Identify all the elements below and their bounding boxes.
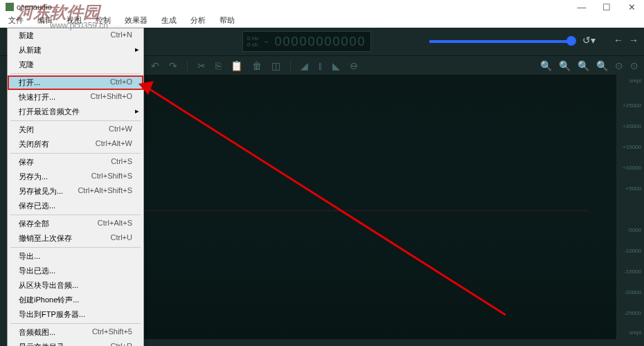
menu-file[interactable]: 文件 — [6, 14, 26, 28]
maximize-button[interactable]: ☐ — [594, 0, 619, 14]
menu-item[interactable]: 保存已选... — [8, 199, 143, 213]
nav-back[interactable]: ← — [614, 35, 623, 46]
copy-icon[interactable]: ⎘ — [215, 60, 221, 71]
menu-item[interactable]: 克隆 — [8, 57, 143, 72]
titlebar: ocenaudio — [0, 0, 644, 14]
menu-item[interactable]: 导出已选... — [8, 264, 143, 278]
menu-analyze[interactable]: 分析 — [188, 14, 208, 28]
menu-item[interactable]: 另存为...Ctrl+Shift+S — [8, 170, 143, 184]
menu-item[interactable]: 关闭Ctrl+W — [8, 122, 143, 137]
minimize-button[interactable]: — — [569, 0, 594, 14]
zoom-slider-track[interactable] — [429, 40, 575, 43]
paste-icon[interactable]: 📋 — [231, 60, 242, 71]
amplitude-ruler: smpl +25000 +20000 +15000 +10000 +5000 -… — [616, 75, 644, 346]
nav-arrows: ← → — [614, 35, 638, 46]
left-panel — [0, 75, 7, 346]
menu-item[interactable]: 保存Ctrl+S — [8, 155, 143, 170]
menu-item[interactable]: 打开...Ctrl+O — [8, 75, 143, 90]
zoom-out-icon[interactable]: 🔍 — [559, 60, 571, 71]
time-display: 0 Hz 0 ch - 00000000000 — [242, 31, 371, 52]
zoom-in-icon[interactable]: 🔍 — [540, 60, 552, 71]
window-controls: — ☐ ✕ — [569, 0, 644, 14]
menu-item[interactable]: 保存全部Ctrl+Alt+S — [8, 217, 143, 231]
target-icon[interactable]: ⊙ — [615, 60, 623, 71]
time-info: 0 Hz 0 ch — [247, 35, 258, 48]
zoom-fit-icon[interactable]: 🔍 — [578, 60, 589, 71]
undo-icon[interactable]: ↶ — [151, 60, 159, 71]
file-dropdown: 新建Ctrl+N从新建▸克隆打开...Ctrl+O快速打开...Ctrl+Shi… — [7, 28, 144, 346]
crop-icon[interactable]: ◫ — [271, 60, 280, 71]
menu-item[interactable]: 显示文件目录...Ctrl+R — [8, 340, 143, 346]
menu-edit[interactable]: 编辑 — [35, 14, 55, 28]
history-button[interactable]: ↺▾ — [582, 35, 596, 46]
silence-icon[interactable]: ⊖ — [350, 60, 358, 71]
menu-item[interactable]: 导出... — [8, 249, 143, 264]
delete-icon[interactable]: 🗑 — [252, 60, 262, 71]
menu-item[interactable]: 撤销至上次保存Ctrl+U — [8, 231, 143, 246]
app-title: ocenaudio — [17, 3, 52, 11]
menu-item[interactable]: 从区块导出音频... — [8, 278, 143, 293]
zoom-sel-icon[interactable]: 🔍 — [596, 60, 608, 71]
menu-item[interactable]: 新建Ctrl+N — [8, 28, 143, 43]
menu-item[interactable]: 创建iPhone铃声... — [8, 293, 143, 307]
app-icon — [6, 3, 14, 11]
menu-effects[interactable]: 效果器 — [122, 14, 150, 28]
menu-item[interactable]: 快速打开...Ctrl+Shift+O — [8, 90, 143, 104]
menu-control[interactable]: 控制 — [93, 14, 114, 28]
normalize-icon[interactable]: ⫿ — [318, 60, 323, 71]
menubar: 文件 编辑 视图 控制 效果器 生成 分析 帮助 — [0, 14, 644, 28]
time-counter: - 00000000000 — [264, 35, 366, 49]
cut-icon[interactable]: ✂ — [197, 60, 206, 71]
menu-help[interactable]: 帮助 — [217, 14, 238, 28]
nav-forward[interactable]: → — [629, 35, 638, 46]
menu-item[interactable]: 导出到FTP服务器... — [8, 307, 143, 322]
close-button[interactable]: ✕ — [619, 0, 644, 14]
menu-item[interactable]: 另存被见为...Ctrl+Alt+Shift+S — [8, 184, 143, 199]
zoom-slider-thumb[interactable] — [566, 36, 576, 46]
menu-item[interactable]: 音频截图...Ctrl+Shift+5 — [8, 325, 143, 340]
menu-generate[interactable]: 生成 — [159, 14, 179, 28]
target2-icon[interactable]: ⊙ — [630, 60, 638, 71]
fade-out-icon[interactable]: ◣ — [332, 60, 340, 71]
menu-item[interactable]: 从新建▸ — [8, 43, 143, 57]
menu-view[interactable]: 视图 — [64, 14, 84, 28]
menu-item[interactable]: 关闭所有Ctrl+Alt+W — [8, 137, 143, 152]
fade-in-icon[interactable]: ◢ — [301, 60, 308, 71]
menu-item[interactable]: 打开最近音频文件▸ — [8, 104, 143, 119]
redo-icon[interactable]: ↷ — [169, 60, 177, 71]
